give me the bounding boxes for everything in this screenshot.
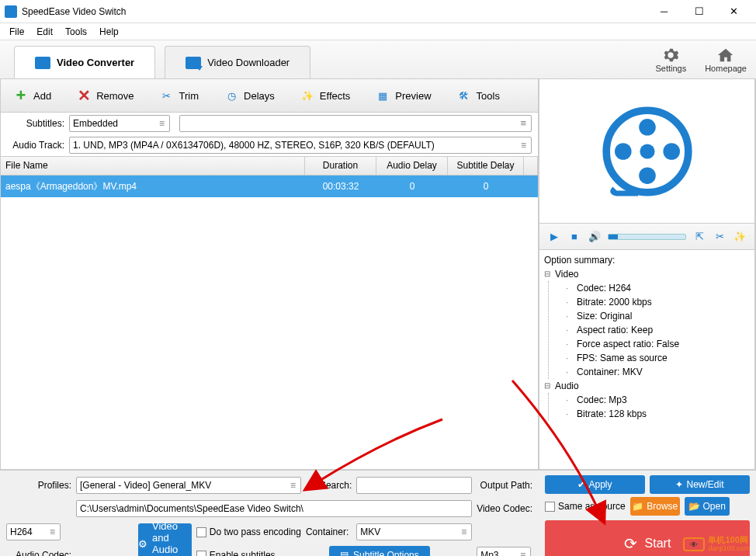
settings-label: Settings xyxy=(655,64,686,73)
tools-icon: 🛠 xyxy=(456,88,472,103)
menu-file[interactable]: File xyxy=(3,25,30,39)
audio-codec-combo[interactable]: Mp3 xyxy=(477,547,531,556)
tab-video-downloader[interactable]: Video Downloader xyxy=(165,46,310,78)
subtitle-options-button[interactable]: ▤ Subtitle Options xyxy=(329,546,430,556)
table-row[interactable]: aespa《Armageddon》MV.mp4 00:03:32 0 0 xyxy=(1,175,538,197)
volume-button[interactable]: 🔊 xyxy=(588,230,602,244)
window-title: SpeedEase Video Switch xyxy=(22,6,647,17)
tree-audio[interactable]: Audio xyxy=(544,379,750,393)
container-label: Container: xyxy=(306,526,352,537)
folder-open-icon: 📂 xyxy=(688,501,700,512)
col-duration[interactable]: Duration xyxy=(305,157,376,175)
cell-duration: 00:03:32 xyxy=(305,181,376,192)
add-button[interactable]: +Add xyxy=(1,79,64,112)
open-button[interactable]: 📂Open xyxy=(685,497,730,516)
preview-area xyxy=(539,79,755,224)
video-codec-combo[interactable]: H264 xyxy=(6,523,61,540)
browse-button[interactable]: 📁Browse xyxy=(630,497,680,516)
header-row: Video Converter Video Downloader Setting… xyxy=(0,40,756,79)
profiles-combo[interactable]: [General - Video] General_MKV xyxy=(76,477,301,494)
tree-audio-bitrate: Bitrate: 128 kbps xyxy=(555,407,750,421)
settings-button[interactable]: Settings xyxy=(646,40,695,78)
same-as-source-checkbox[interactable]: Same as source xyxy=(545,501,626,512)
svg-point-4 xyxy=(615,143,632,160)
watermark-url: danji100.com xyxy=(708,544,750,553)
check-icon: ✔ xyxy=(577,479,585,490)
svg-point-1 xyxy=(640,144,654,158)
new-edit-button[interactable]: ✦New/Edit xyxy=(650,475,750,494)
maximize-button[interactable]: ☐ xyxy=(681,0,716,23)
cell-subtitle-delay: 0 xyxy=(448,181,524,192)
apply-button[interactable]: ✔Apply xyxy=(545,475,645,494)
svg-point-2 xyxy=(639,119,656,136)
audiotrack-combo[interactable]: 1. UND, MP3 (MP4A / 0X6134706D), 48000 H… xyxy=(69,137,532,154)
tabs: Video Converter Video Downloader xyxy=(0,40,320,78)
left-panel: +Add ✕Remove ✂Trim ◷Delays ✨Effects ▦Pre… xyxy=(0,79,539,470)
tree-video-codec: Codec: H264 xyxy=(555,281,750,295)
minimize-button[interactable]: ─ xyxy=(647,0,681,23)
audiotrack-label: Audio Track: xyxy=(7,140,64,151)
stop-button[interactable]: ■ xyxy=(567,230,581,244)
watermark: 👁 单机100网 danji100.com xyxy=(683,536,750,553)
wand-icon: ✨ xyxy=(300,88,315,103)
effects-button[interactable]: ✨Effects xyxy=(287,79,363,112)
folder-icon: 📁 xyxy=(632,501,643,512)
col-spacer xyxy=(524,157,538,175)
plus-icon: + xyxy=(13,88,29,103)
subtitle-icon: ▤ xyxy=(340,550,349,556)
subtitles-label: Subtitles: xyxy=(7,118,64,129)
subtitles-combo[interactable]: Embedded xyxy=(69,115,170,132)
close-button[interactable]: ✕ xyxy=(716,0,751,23)
tab-label: Video Downloader xyxy=(207,57,290,68)
col-filename[interactable]: File Name xyxy=(1,157,305,175)
two-pass-checkbox[interactable]: Do two pass encoding xyxy=(196,526,301,537)
right-panel: ▶ ■ 🔊 ⇱ ✂ ✨ Option summary: Video Codec:… xyxy=(539,79,756,470)
menu-tools[interactable]: Tools xyxy=(59,25,93,39)
filmstrip-icon: ▦ xyxy=(375,88,390,103)
menu-help[interactable]: Help xyxy=(93,25,125,39)
video-codec-label: Video Codec: xyxy=(477,503,532,514)
enable-subtitles-checkbox[interactable]: Enable subtitles xyxy=(196,550,301,556)
tree-video-aspect: Aspect ratio: Keep xyxy=(555,323,750,337)
delays-button[interactable]: ◷Delays xyxy=(211,79,287,112)
cell-audio-delay: 0 xyxy=(376,181,448,192)
output-path-label: Output Path: xyxy=(477,480,532,491)
tools-button[interactable]: 🛠Tools xyxy=(444,79,512,112)
audio-codec-label: Audio Codec: xyxy=(6,550,71,556)
tree-video-force-aspect: Force aspect ratio: False xyxy=(555,337,750,351)
homepage-button[interactable]: Homepage xyxy=(695,40,756,78)
scissors-icon: ✂ xyxy=(159,88,175,103)
effects-button-small[interactable]: ✨ xyxy=(733,230,747,244)
trim-button[interactable]: ✂Trim xyxy=(147,79,212,112)
output-path-input[interactable]: C:\Users\admin\Documents\SpeedEase Video… xyxy=(76,500,472,517)
bottom-panel: Profiles: [General - Video] General_MKV … xyxy=(0,470,756,556)
main-area: +Add ✕Remove ✂Trim ◷Delays ✨Effects ▦Pre… xyxy=(0,79,756,470)
tab-video-converter[interactable]: Video Converter xyxy=(14,46,155,78)
popout-button[interactable]: ⇱ xyxy=(692,230,706,244)
option-summary: Option summary: Video Codec: H264 Bitrat… xyxy=(539,250,755,470)
seek-bar[interactable] xyxy=(608,234,686,240)
watermark-logo: 👁 xyxy=(683,537,705,551)
app-icon xyxy=(5,5,17,18)
tree-video[interactable]: Video xyxy=(544,267,750,281)
remove-button[interactable]: ✕Remove xyxy=(64,79,146,112)
x-icon: ✕ xyxy=(76,88,92,103)
video-audio-options-button[interactable]: ⚙ Video and Audio Options xyxy=(138,523,192,556)
menubar: File Edit Tools Help xyxy=(0,23,756,40)
refresh-icon: ⟳ xyxy=(624,534,637,553)
search-input[interactable] xyxy=(356,477,472,494)
cut-button[interactable]: ✂ xyxy=(713,230,727,244)
container-combo[interactable]: MKV xyxy=(356,523,472,540)
film-reel-icon xyxy=(601,105,694,198)
preview-button[interactable]: ▦Preview xyxy=(362,79,443,112)
col-subtitle-delay[interactable]: Subtitle Delay xyxy=(448,157,524,175)
tree-video-size: Size: Original xyxy=(555,309,750,323)
svg-point-3 xyxy=(639,167,656,184)
subtitles-extra-combo[interactable] xyxy=(179,115,532,132)
menu-edit[interactable]: Edit xyxy=(30,25,59,39)
sparkle-icon: ✦ xyxy=(675,479,683,490)
col-audio-delay[interactable]: Audio Delay xyxy=(376,157,448,175)
play-button[interactable]: ▶ xyxy=(547,230,561,244)
gear-icon xyxy=(662,47,679,64)
clock-icon: ◷ xyxy=(224,88,239,103)
